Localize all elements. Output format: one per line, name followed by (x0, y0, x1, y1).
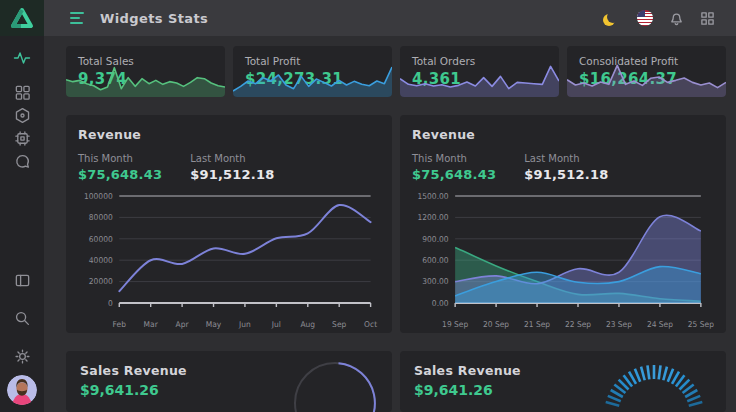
gauge-tick (663, 367, 667, 381)
y-tick-label: 100000 (84, 192, 113, 201)
apps-menu-button[interactable] (698, 9, 716, 27)
y-tick-label: 40000 (89, 256, 113, 265)
y-tick-label: 1200.00 (418, 213, 449, 222)
this-month-label: This Month (412, 153, 496, 164)
sidebar-item-dashboard[interactable] (8, 81, 36, 104)
gear-icon (14, 348, 31, 365)
y-tick-label: 60000 (89, 234, 113, 243)
y-tick-label: 600.00 (422, 256, 448, 265)
sparkline-2 (400, 60, 559, 97)
search-icon (14, 310, 31, 327)
card-title: Revenue (78, 127, 380, 142)
cpu-icon (14, 130, 31, 147)
dashboard-grid-icon (14, 84, 31, 101)
x-tick-label: 22 Sep (565, 320, 591, 329)
sparkline-1 (233, 60, 392, 97)
sparkline-area (66, 68, 225, 97)
notifications-button[interactable] (667, 9, 685, 27)
last-month-label: Last Month (524, 153, 608, 164)
sidebar-item-products[interactable] (8, 104, 36, 127)
x-tick-label: 24 Sep (647, 320, 673, 329)
revenue-line-chart[interactable]: 020000400006000080000100000FebMarAprMayJ… (78, 188, 380, 333)
gauge-tick (641, 367, 645, 381)
tick-gauge (596, 355, 712, 412)
x-tick-label: Oct (364, 320, 377, 329)
x-tick-label: 25 Sep (688, 320, 714, 329)
sidebar-item-search[interactable] (8, 299, 36, 337)
main-content: Total Sales 9,374 Total Profit $24,273.3… (44, 36, 736, 412)
x-tick-label: 23 Sep (606, 320, 632, 329)
revenue-line-card: Revenue This Month $75,648.43 Last Month… (66, 115, 392, 333)
revenue-charts-row: Revenue This Month $75,648.43 Last Month… (66, 115, 726, 333)
x-tick-label: 19 Sep (442, 320, 468, 329)
theme-toggle-button[interactable] (605, 9, 623, 27)
moon-icon (607, 11, 619, 23)
triangle-logo-icon (10, 6, 34, 30)
x-tick-label: 21 Sep (524, 320, 550, 329)
sidebar-item-layout[interactable] (8, 261, 36, 299)
y-tick-label: 20000 (89, 277, 113, 286)
bell-icon (668, 10, 685, 27)
gauge-tick (647, 365, 649, 379)
gauge-tick (687, 396, 700, 401)
package-icon (14, 107, 31, 124)
x-tick-label: Apr (176, 320, 190, 329)
stat-card-total-profit: Total Profit $24,273.31 (233, 46, 392, 97)
sidebar-item-messages[interactable] (8, 150, 36, 173)
x-tick-label: 20 Sep (483, 320, 509, 329)
stat-card-total-sales: Total Sales 9,374 (66, 46, 225, 97)
y-tick-label: 300.00 (422, 277, 448, 286)
x-tick-label: Jul (271, 320, 281, 329)
revenue-area-card: Revenue This Month $75,648.43 Last Month… (400, 115, 726, 333)
stat-cards-row: Total Sales 9,374 Total Profit $24,273.3… (66, 46, 726, 97)
sidebar-item-activity[interactable] (8, 46, 36, 69)
page-title: Widgets Stats (100, 11, 208, 26)
activity-icon (13, 49, 31, 67)
x-tick-label: Jun (238, 320, 251, 329)
last-month-value: $91,512.18 (524, 167, 608, 182)
hamburger-icon[interactable] (70, 12, 84, 24)
revenue-stats: This Month $75,648.43 Last Month $91,512… (412, 153, 714, 182)
sidebar-item-settings[interactable] (8, 337, 36, 375)
sidebar-item-system[interactable] (8, 127, 36, 150)
sidebar-nav-top (8, 36, 36, 173)
x-tick-label: Mar (144, 320, 159, 329)
sidebar-nav-bottom (8, 261, 36, 375)
x-tick-label: Feb (113, 320, 126, 329)
gauge-tick (668, 369, 673, 382)
gauge-tick (659, 365, 661, 379)
card-title: Revenue (412, 127, 714, 142)
user-avatar-image (7, 375, 37, 405)
this-month-label: This Month (78, 153, 162, 164)
dashboard-app: Widgets Stats (0, 0, 736, 412)
sparkline-3 (567, 60, 726, 97)
revenue-area-chart[interactable]: 0.00300.00600.00900.001200.001500.0019 S… (412, 188, 714, 333)
sales-revenue-card-1: Sales Revenue $9,641.26 (66, 351, 392, 412)
last-month-label: Last Month (190, 153, 274, 164)
gauge-tick (635, 369, 640, 382)
last-month-value: $91,512.18 (190, 167, 274, 182)
sales-revenue-row: Sales Revenue $9,641.26 Sales Revenue $9… (66, 351, 726, 412)
gauge-tick (689, 402, 703, 406)
gauge-tick (608, 396, 621, 401)
apps-grid-icon (700, 11, 715, 26)
sales-revenue-card-2: Sales Revenue $9,641.26 (400, 351, 726, 412)
y-tick-label: 900.00 (422, 234, 448, 243)
chat-icon (14, 153, 31, 170)
revenue-stats: This Month $75,648.43 Last Month $91,512… (78, 153, 380, 182)
sidebar (0, 0, 44, 412)
stat-card-consolidated-profit: Consolidated Profit $16,264.37 (567, 46, 726, 97)
app-logo[interactable] (0, 0, 44, 36)
user-avatar[interactable] (7, 375, 37, 405)
language-button[interactable] (636, 9, 654, 27)
x-tick-label: Aug (300, 320, 315, 329)
gauge-tick (606, 402, 620, 406)
y-tick-label: 80000 (89, 213, 113, 222)
y-tick-label: 0.00 (432, 299, 449, 308)
x-tick-label: Sep (332, 320, 346, 329)
this-month-value: $75,648.43 (78, 167, 162, 182)
ring-gauge (280, 355, 390, 412)
header-actions (605, 9, 716, 27)
layout-icon (14, 272, 31, 289)
stat-card-total-orders: Total Orders 4,361 (400, 46, 559, 97)
